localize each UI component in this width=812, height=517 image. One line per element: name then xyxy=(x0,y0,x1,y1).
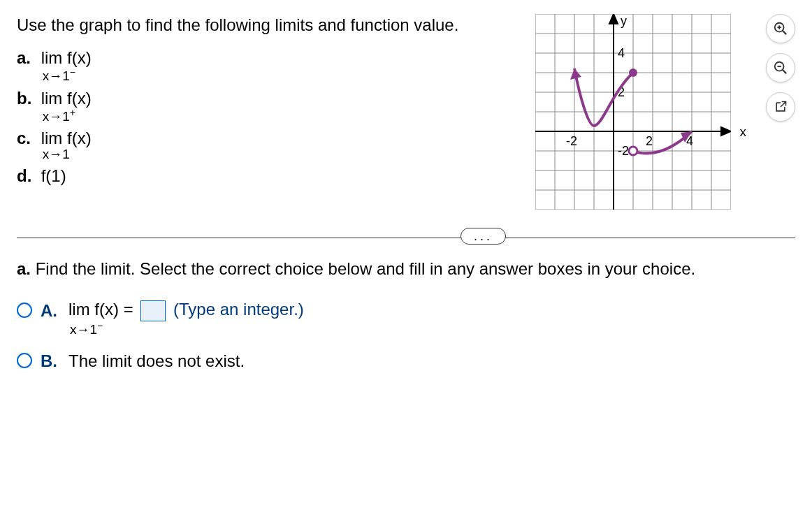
expand-button[interactable]: ... xyxy=(461,228,506,245)
choice-b-row: B. The limit does not exist. xyxy=(17,350,795,371)
question-prompt: a. Find the limit. Select the correct ch… xyxy=(17,259,795,279)
zoom-in-button[interactable] xyxy=(766,14,795,43)
choice-a-approach: x→1− xyxy=(68,320,304,337)
separator-line xyxy=(17,238,795,238)
part-c-label: c. xyxy=(17,129,36,148)
open-point xyxy=(629,147,637,155)
choice-a-row: A. lim f(x) = (Type an integer.) x→1− xyxy=(17,300,795,337)
choice-a-radio[interactable] xyxy=(17,303,32,318)
part-a-approach: x→1− xyxy=(41,66,92,84)
choice-a-answer-input[interactable] xyxy=(140,300,166,321)
part-b-lim: lim f(x) xyxy=(41,89,92,108)
tick-x2: 2 xyxy=(646,134,653,148)
open-external-button[interactable] xyxy=(766,92,795,122)
part-c: c. lim f(x) x→1 xyxy=(17,129,521,162)
svg-marker-25 xyxy=(721,127,731,136)
svg-marker-26 xyxy=(570,68,581,80)
part-a-label: a. xyxy=(17,48,36,68)
closed-point xyxy=(629,68,637,77)
svg-marker-24 xyxy=(609,14,618,24)
parts-list: a. lim f(x) x→1− b. lim f(x) x→1+ c. lim… xyxy=(17,48,521,186)
part-c-lim: lim f(x) xyxy=(41,129,92,148)
part-d-label: d. xyxy=(17,166,36,186)
zoom-out-icon xyxy=(773,60,788,75)
part-d: d. f(1) xyxy=(17,166,521,186)
choice-a-lim: lim f(x) = (Type an integer.) xyxy=(68,300,304,321)
question-prompt-text: Find the limit. Select the correct choic… xyxy=(36,259,695,278)
choice-a-label: A. xyxy=(41,301,60,321)
x-axis-label: x xyxy=(740,124,747,140)
problem-text: Use the graph to find the following limi… xyxy=(17,14,521,190)
part-b-label: b. xyxy=(17,89,36,108)
part-c-approach: x→1 xyxy=(41,147,92,162)
svg-line-29 xyxy=(783,31,787,35)
choice-a-hint: (Type an integer.) xyxy=(173,300,304,319)
zoom-in-icon xyxy=(773,21,788,36)
question-prompt-label: a. xyxy=(17,259,31,278)
tick-yn2: -2 xyxy=(618,144,629,158)
open-external-icon xyxy=(774,100,788,114)
part-a: a. lim f(x) x→1− xyxy=(17,48,521,84)
part-b: b. lim f(x) x→1+ xyxy=(17,89,521,124)
graph-svg: y 4 2 -2 -2 2 4 xyxy=(535,14,731,210)
tick-xn2: -2 xyxy=(566,134,577,148)
icon-column xyxy=(766,14,795,122)
choice-b-text: The limit does not exist. xyxy=(68,351,245,371)
svg-line-33 xyxy=(783,70,787,74)
choice-b-radio[interactable] xyxy=(17,353,32,368)
separator: ... xyxy=(17,238,795,238)
part-a-lim: lim f(x) xyxy=(41,48,92,68)
zoom-out-button[interactable] xyxy=(766,53,795,82)
y-axis-label: y xyxy=(621,14,627,28)
instructions: Use the graph to find the following limi… xyxy=(17,14,521,36)
choice-b-label: B. xyxy=(41,351,60,371)
part-b-approach: x→1+ xyxy=(41,107,92,124)
question-section: a. Find the limit. Select the correct ch… xyxy=(17,259,795,371)
graph: y 4 2 -2 -2 2 4 x xyxy=(535,14,731,210)
tick-y4: 4 xyxy=(618,46,625,60)
part-d-text: f(1) xyxy=(41,166,66,185)
